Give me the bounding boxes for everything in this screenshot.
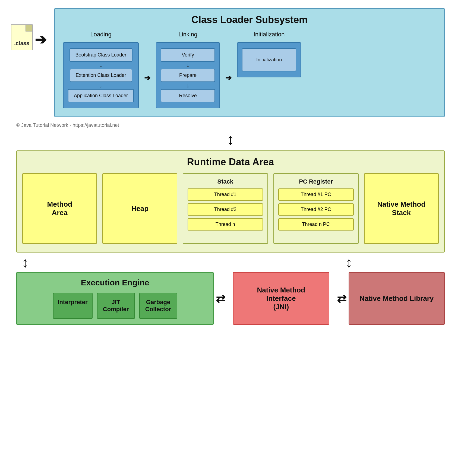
class-file-icon: .class — [11, 24, 33, 50]
interpreter-box: Interpreter — [53, 293, 93, 319]
exec-to-nmi-arrow: ⇄ — [214, 292, 228, 305]
resolve-item: Resolve — [161, 89, 215, 102]
class-loader-subsystem: Class Loader Subsystem Loading Bootstrap… — [54, 8, 445, 117]
native-method-library: Native Method Library — [349, 272, 445, 325]
arrow-down-4: ↓ — [187, 83, 190, 89]
runtime-data-area: Runtime Data Area MethodArea Heap Stack … — [16, 150, 445, 253]
native-method-stack-box: Native MethodStack — [364, 173, 439, 244]
bootstrap-class-loader: Bootstrap Class Loader — [70, 48, 132, 62]
stack-thread-1: Thread #1 — [188, 188, 263, 201]
initialization-label: Initialization — [254, 31, 285, 38]
initialization-item: Initialization — [242, 48, 296, 71]
heap-box: Heap — [102, 173, 177, 244]
arrow-down-1: ↓ — [99, 62, 102, 68]
dual-arrows-row: ↕ ↕ — [16, 255, 445, 269]
class-file: .class — [11, 24, 33, 50]
initialization-box-group: Initialization — [237, 42, 301, 77]
jit-compiler-box: JITCompiler — [97, 293, 135, 319]
extension-class-loader: Extention Class Loader — [70, 69, 132, 82]
verify-item: Verify — [161, 48, 215, 62]
loader-to-runtime-arrow: ↕ — [11, 131, 450, 147]
native-method-interface: Native MethodInterface(JNI) — [233, 272, 329, 325]
pc-thread-n: Thread n PC — [278, 218, 354, 231]
prepare-item: Prepare — [161, 69, 215, 82]
initialization-column: Initialization Initialization — [237, 31, 301, 77]
arrow-down-2: ↓ — [99, 83, 102, 89]
class-loader-title: Class Loader Subsystem — [63, 14, 436, 26]
stack-box: Stack Thread #1 Thread #2 Thread n — [183, 173, 268, 244]
garbage-collector-box: GarbageCollector — [139, 293, 177, 319]
application-class-loader: Application Class Loader — [68, 89, 134, 102]
arrow-down-3: ↓ — [187, 62, 190, 68]
left-down-arrow: ↕ — [22, 255, 29, 269]
linking-column: Linking Verify ↓ Prepare ↓ Resolve — [156, 31, 220, 108]
nmi-label: Native MethodInterface(JNI) — [257, 286, 305, 311]
method-area-box: MethodArea — [22, 173, 97, 244]
copyright-text: © Java Tutorial Network - https://javatu… — [16, 122, 450, 128]
class-to-loader-arrow: ➔ — [35, 33, 47, 47]
nmi-to-nml-arrow: ⇄ — [335, 292, 349, 305]
linking-label: Linking — [178, 31, 197, 38]
nml-label: Native Method Library — [359, 294, 434, 303]
linking-to-init-arrow: ➔ — [225, 73, 232, 82]
pc-register-box: PC Register Thread #1 PC Thread #2 PC Th… — [273, 173, 359, 244]
pc-thread-1: Thread #1 PC — [278, 188, 354, 201]
bottom-row: Execution Engine Interpreter JITCompiler… — [16, 272, 445, 325]
pc-register-label: PC Register — [299, 178, 333, 185]
loading-label: Loading — [90, 31, 111, 38]
stack-thread-n: Thread n — [188, 218, 263, 231]
method-area-label: MethodArea — [47, 200, 72, 217]
pc-thread-2: Thread #2 PC — [278, 203, 354, 216]
loading-to-linking-arrow: ➔ — [144, 73, 150, 82]
loading-column: Loading Bootstrap Class Loader ↓ Extenti… — [63, 31, 139, 108]
heap-label: Heap — [131, 204, 149, 213]
native-method-stack-label: Native MethodStack — [377, 200, 425, 217]
execution-engine: Execution Engine Interpreter JITCompiler… — [16, 272, 214, 325]
runtime-title: Runtime Data Area — [22, 156, 439, 168]
stack-thread-2: Thread #2 — [188, 203, 263, 216]
loading-box-group: Bootstrap Class Loader ↓ Extention Class… — [63, 42, 139, 108]
right-down-arrow: ↕ — [345, 255, 352, 269]
linking-box-group: Verify ↓ Prepare ↓ Resolve — [156, 42, 220, 108]
stack-label: Stack — [217, 178, 233, 185]
class-file-label: .class — [14, 40, 29, 46]
exec-engine-title: Execution Engine — [22, 278, 208, 287]
